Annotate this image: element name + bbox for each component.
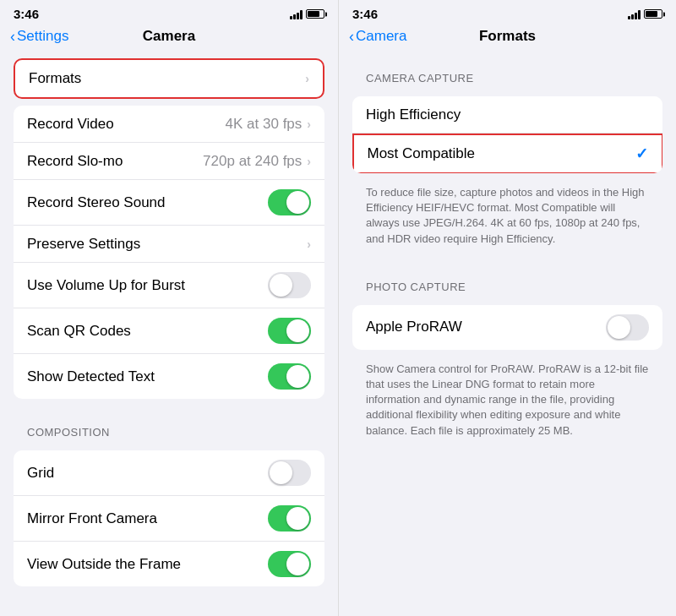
grid-row: Grid	[14, 450, 324, 496]
mirror-front-camera-toggle[interactable]	[268, 505, 311, 532]
record-stereo-toggle[interactable]	[268, 189, 311, 215]
show-detected-text-row: Show Detected Text	[14, 354, 324, 399]
most-compatible-label: Most Compatible	[368, 145, 635, 162]
preserve-settings-chevron-icon: ›	[307, 237, 311, 251]
nav-bar-right: ‹ Camera Formats	[339, 25, 676, 52]
scan-qr-toggle[interactable]	[268, 318, 311, 344]
proraw-label: Apple ProRAW	[366, 319, 606, 335]
record-slomo-label: Record Slo-mo	[27, 153, 203, 170]
signal-icon-right	[628, 9, 641, 19]
scan-qr-label: Scan QR Codes	[27, 323, 268, 340]
photo-capture-section-header-right: PHOTO CAPTURE	[339, 260, 676, 298]
high-efficiency-option[interactable]: High Efficiency	[352, 96, 662, 134]
composition-section-header: COMPOSITION	[0, 406, 338, 444]
status-time-right: 3:46	[352, 7, 378, 21]
grid-label: Grid	[27, 465, 268, 482]
camera-capture-footer: To reduce file size, capture photos and …	[339, 180, 676, 260]
left-content: Formats › Record Video 4K at 30 fps › Re…	[0, 52, 338, 616]
volume-burst-row: Use Volume Up for Burst	[14, 263, 324, 308]
record-video-row[interactable]: Record Video 4K at 30 fps ›	[14, 106, 324, 143]
main-settings-group: Record Video 4K at 30 fps › Record Slo-m…	[14, 106, 324, 399]
status-time-left: 3:46	[14, 7, 39, 21]
proraw-row: Apple ProRAW	[352, 305, 662, 350]
grid-toggle[interactable]	[268, 460, 311, 486]
formats-group: Formats ›	[14, 58, 324, 99]
nav-bar-left: ‹ Settings Camera	[0, 25, 338, 52]
page-title-right: Formats	[479, 28, 536, 45]
right-panel: 3:46 ‹ Camera Formats CAMERA CAPTURE	[338, 0, 676, 616]
view-outside-frame-label: View Outside the Frame	[27, 556, 268, 573]
proraw-group: Apple ProRAW	[352, 305, 662, 350]
left-panel: 3:46 ‹ Settings Camera Formats ›	[0, 0, 338, 616]
status-icons-right	[628, 9, 662, 19]
record-slomo-row[interactable]: Record Slo-mo 720p at 240 fps ›	[14, 143, 324, 180]
volume-burst-toggle[interactable]	[268, 272, 311, 298]
formats-label: Formats	[29, 70, 305, 87]
back-button-settings[interactable]: ‹ Settings	[10, 28, 68, 46]
view-outside-frame-toggle[interactable]	[268, 551, 311, 577]
formats-row[interactable]: Formats ›	[15, 60, 323, 97]
record-slomo-chevron-icon: ›	[307, 155, 311, 168]
signal-icon	[290, 9, 303, 19]
battery-icon	[306, 9, 324, 19]
record-video-chevron-icon: ›	[307, 117, 311, 131]
back-button-camera[interactable]: ‹ Camera	[349, 28, 406, 46]
status-icons-left	[290, 9, 324, 19]
preserve-settings-label: Preserve Settings	[27, 236, 307, 253]
right-content: CAMERA CAPTURE High Efficiency Most Comp…	[339, 52, 676, 616]
formats-chevron-icon: ›	[305, 72, 309, 85]
back-chevron-icon: ‹	[10, 28, 15, 46]
mirror-front-camera-row: Mirror Front Camera	[14, 496, 324, 542]
most-compatible-option[interactable]: Most Compatible ✓	[352, 134, 662, 174]
preserve-settings-row[interactable]: Preserve Settings ›	[14, 226, 324, 263]
record-slomo-value: 720p at 240 fps	[203, 153, 302, 170]
record-stereo-label: Record Stereo Sound	[27, 194, 268, 211]
checkmark-icon: ✓	[635, 144, 648, 163]
status-bar-right: 3:46	[339, 0, 676, 25]
page-title-left: Camera	[143, 28, 195, 45]
status-bar-left: 3:46	[0, 0, 338, 25]
record-video-label: Record Video	[27, 116, 226, 133]
high-efficiency-label: High Efficiency	[366, 106, 649, 123]
proraw-footer: Show Camera control for ProRAW. ProRAW i…	[339, 357, 676, 452]
view-outside-frame-row: View Outside the Frame	[14, 542, 324, 586]
back-label-settings: Settings	[17, 28, 68, 45]
camera-capture-header: CAMERA CAPTURE	[339, 52, 676, 90]
composition-group: Grid Mirror Front Camera View Outside th…	[14, 450, 324, 586]
volume-burst-label: Use Volume Up for Burst	[27, 277, 268, 294]
record-stereo-row: Record Stereo Sound	[14, 180, 324, 226]
mirror-front-camera-label: Mirror Front Camera	[27, 510, 268, 527]
scan-qr-row: Scan QR Codes	[14, 308, 324, 354]
battery-icon-right	[644, 9, 662, 19]
proraw-toggle[interactable]	[606, 314, 649, 341]
back-chevron-icon-right: ‹	[349, 28, 354, 46]
show-detected-text-toggle[interactable]	[268, 363, 311, 390]
back-label-camera: Camera	[356, 28, 406, 45]
photo-capture-section-header-left: PHOTO CAPTURE	[0, 593, 338, 616]
formats-options-group: High Efficiency Most Compatible ✓	[352, 96, 662, 173]
show-detected-text-label: Show Detected Text	[27, 368, 268, 385]
record-video-value: 4K at 30 fps	[226, 116, 303, 133]
